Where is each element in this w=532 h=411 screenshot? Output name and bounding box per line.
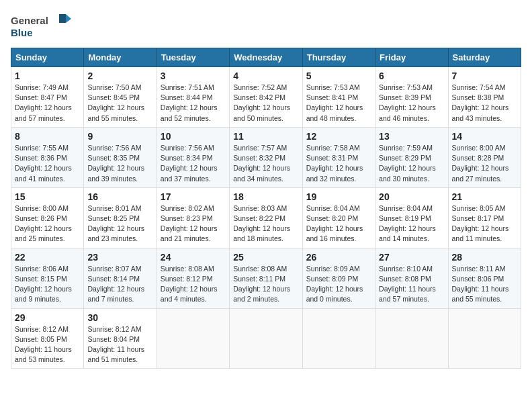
header-cell-thursday: Thursday — [302, 48, 375, 67]
week-row-3: 22Sunrise: 8:06 AM Sunset: 8:15 PM Dayli… — [11, 248, 521, 308]
header-cell-friday: Friday — [375, 48, 448, 67]
day-number: 4 — [233, 71, 298, 81]
day-number: 8 — [15, 131, 80, 142]
day-number: 27 — [379, 252, 444, 263]
calendar-cell: 30Sunrise: 8:12 AM Sunset: 8:04 PM Dayli… — [84, 308, 157, 369]
day-info: Sunrise: 8:09 AM Sunset: 8:09 PM Dayligh… — [306, 264, 371, 305]
calendar-cell: 18Sunrise: 8:03 AM Sunset: 8:22 PM Dayli… — [230, 187, 302, 248]
day-info: Sunrise: 7:52 AM Sunset: 8:42 PM Dayligh… — [233, 83, 298, 124]
calendar-cell: 23Sunrise: 8:07 AM Sunset: 8:14 PM Dayli… — [84, 248, 157, 308]
calendar-cell: 5Sunrise: 7:53 AM Sunset: 8:41 PM Daylig… — [302, 67, 375, 128]
day-info: Sunrise: 8:10 AM Sunset: 8:08 PM Dayligh… — [379, 264, 444, 305]
calendar-cell — [375, 308, 448, 369]
day-number: 18 — [233, 191, 298, 202]
day-number: 10 — [161, 131, 226, 142]
day-number: 17 — [161, 191, 226, 202]
svg-marker-2 — [59, 14, 66, 23]
calendar-cell: 9Sunrise: 7:56 AM Sunset: 8:35 PM Daylig… — [84, 127, 157, 187]
header-cell-tuesday: Tuesday — [157, 48, 229, 67]
calendar-cell: 19Sunrise: 8:04 AM Sunset: 8:20 PM Dayli… — [302, 187, 375, 248]
day-number: 3 — [161, 71, 226, 81]
calendar-cell: 20Sunrise: 8:04 AM Sunset: 8:19 PM Dayli… — [375, 187, 448, 248]
day-info: Sunrise: 7:53 AM Sunset: 8:41 PM Dayligh… — [306, 83, 371, 124]
day-info: Sunrise: 8:12 AM Sunset: 8:04 PM Dayligh… — [87, 324, 152, 365]
svg-marker-3 — [66, 14, 71, 23]
day-number: 12 — [306, 131, 371, 142]
calendar-cell: 16Sunrise: 8:01 AM Sunset: 8:25 PM Dayli… — [84, 187, 157, 248]
day-info: Sunrise: 8:02 AM Sunset: 8:23 PM Dayligh… — [161, 203, 226, 244]
day-number: 20 — [379, 191, 444, 202]
week-row-4: 29Sunrise: 8:12 AM Sunset: 8:05 PM Dayli… — [11, 308, 521, 369]
day-info: Sunrise: 8:08 AM Sunset: 8:11 PM Dayligh… — [233, 264, 298, 305]
calendar-header: SundayMondayTuesdayWednesdayThursdayFrid… — [11, 48, 521, 67]
header-cell-wednesday: Wednesday — [230, 48, 302, 67]
day-info: Sunrise: 7:57 AM Sunset: 8:32 PM Dayligh… — [233, 143, 298, 184]
day-info: Sunrise: 8:08 AM Sunset: 8:12 PM Dayligh… — [161, 264, 226, 305]
day-number: 28 — [452, 252, 517, 263]
calendar-cell: 14Sunrise: 8:00 AM Sunset: 8:28 PM Dayli… — [448, 127, 521, 187]
day-info: Sunrise: 8:05 AM Sunset: 8:17 PM Dayligh… — [452, 203, 517, 244]
day-info: Sunrise: 8:03 AM Sunset: 8:22 PM Dayligh… — [233, 203, 298, 244]
calendar-cell: 8Sunrise: 7:55 AM Sunset: 8:36 PM Daylig… — [11, 127, 84, 187]
day-info: Sunrise: 7:56 AM Sunset: 8:35 PM Dayligh… — [87, 143, 152, 184]
day-info: Sunrise: 8:12 AM Sunset: 8:05 PM Dayligh… — [15, 324, 80, 365]
week-row-0: 1Sunrise: 7:49 AM Sunset: 8:47 PM Daylig… — [11, 67, 521, 128]
header-cell-monday: Monday — [84, 48, 157, 67]
day-number: 11 — [233, 131, 298, 142]
day-number: 21 — [452, 191, 517, 202]
calendar-cell: 11Sunrise: 7:57 AM Sunset: 8:32 PM Dayli… — [230, 127, 302, 187]
calendar-cell: 12Sunrise: 7:58 AM Sunset: 8:31 PM Dayli… — [302, 127, 375, 187]
calendar-table: SundayMondayTuesdayWednesdayThursdayFrid… — [11, 48, 521, 369]
calendar-cell: 10Sunrise: 7:56 AM Sunset: 8:34 PM Dayli… — [157, 127, 229, 187]
day-info: Sunrise: 7:54 AM Sunset: 8:38 PM Dayligh… — [452, 83, 517, 124]
day-number: 30 — [87, 312, 152, 323]
logo: General Blue — [11, 11, 71, 41]
header: General Blue — [11, 11, 521, 41]
day-number: 16 — [87, 191, 152, 202]
week-row-2: 15Sunrise: 8:00 AM Sunset: 8:26 PM Dayli… — [11, 187, 521, 248]
day-number: 19 — [306, 191, 371, 202]
day-info: Sunrise: 7:49 AM Sunset: 8:47 PM Dayligh… — [15, 83, 80, 124]
day-info: Sunrise: 7:55 AM Sunset: 8:36 PM Dayligh… — [15, 143, 80, 184]
day-number: 5 — [306, 71, 371, 81]
calendar-cell: 15Sunrise: 8:00 AM Sunset: 8:26 PM Dayli… — [11, 187, 84, 248]
day-info: Sunrise: 8:04 AM Sunset: 8:20 PM Dayligh… — [306, 203, 371, 244]
day-info: Sunrise: 8:07 AM Sunset: 8:14 PM Dayligh… — [87, 264, 152, 305]
day-number: 6 — [379, 71, 444, 81]
day-number: 9 — [87, 131, 152, 142]
calendar-cell: 7Sunrise: 7:54 AM Sunset: 8:38 PM Daylig… — [448, 67, 521, 128]
day-number: 7 — [452, 71, 517, 81]
day-info: Sunrise: 8:01 AM Sunset: 8:25 PM Dayligh… — [87, 203, 152, 244]
header-cell-sunday: Sunday — [11, 48, 84, 67]
day-info: Sunrise: 7:59 AM Sunset: 8:29 PM Dayligh… — [379, 143, 444, 184]
day-number: 1 — [15, 71, 80, 81]
day-number: 23 — [87, 252, 152, 263]
calendar-cell: 17Sunrise: 8:02 AM Sunset: 8:23 PM Dayli… — [157, 187, 229, 248]
calendar-cell: 29Sunrise: 8:12 AM Sunset: 8:05 PM Dayli… — [11, 308, 84, 369]
calendar-cell: 24Sunrise: 8:08 AM Sunset: 8:12 PM Dayli… — [157, 248, 229, 308]
day-info: Sunrise: 7:56 AM Sunset: 8:34 PM Dayligh… — [161, 143, 226, 184]
calendar-cell: 13Sunrise: 7:59 AM Sunset: 8:29 PM Dayli… — [375, 127, 448, 187]
day-info: Sunrise: 7:53 AM Sunset: 8:39 PM Dayligh… — [379, 83, 444, 124]
week-row-1: 8Sunrise: 7:55 AM Sunset: 8:36 PM Daylig… — [11, 127, 521, 187]
day-info: Sunrise: 7:58 AM Sunset: 8:31 PM Dayligh… — [306, 143, 371, 184]
calendar-cell: 22Sunrise: 8:06 AM Sunset: 8:15 PM Dayli… — [11, 248, 84, 308]
calendar-cell: 6Sunrise: 7:53 AM Sunset: 8:39 PM Daylig… — [375, 67, 448, 128]
calendar-cell: 21Sunrise: 8:05 AM Sunset: 8:17 PM Dayli… — [448, 187, 521, 248]
day-info: Sunrise: 8:11 AM Sunset: 8:06 PM Dayligh… — [452, 264, 517, 305]
day-info: Sunrise: 8:04 AM Sunset: 8:19 PM Dayligh… — [379, 203, 444, 244]
day-number: 25 — [233, 252, 298, 263]
day-info: Sunrise: 7:50 AM Sunset: 8:45 PM Dayligh… — [87, 83, 152, 124]
calendar-cell — [302, 308, 375, 369]
calendar-cell: 28Sunrise: 8:11 AM Sunset: 8:06 PM Dayli… — [448, 248, 521, 308]
day-number: 26 — [306, 252, 371, 263]
calendar-body: 1Sunrise: 7:49 AM Sunset: 8:47 PM Daylig… — [11, 67, 521, 369]
svg-text:General: General — [11, 15, 48, 26]
day-number: 29 — [15, 312, 80, 323]
day-number: 24 — [161, 252, 226, 263]
calendar-cell — [448, 308, 521, 369]
calendar-cell: 1Sunrise: 7:49 AM Sunset: 8:47 PM Daylig… — [11, 67, 84, 128]
calendar-cell: 2Sunrise: 7:50 AM Sunset: 8:45 PM Daylig… — [84, 67, 157, 128]
calendar-cell: 25Sunrise: 8:08 AM Sunset: 8:11 PM Dayli… — [230, 248, 302, 308]
svg-text:Blue: Blue — [11, 27, 33, 38]
